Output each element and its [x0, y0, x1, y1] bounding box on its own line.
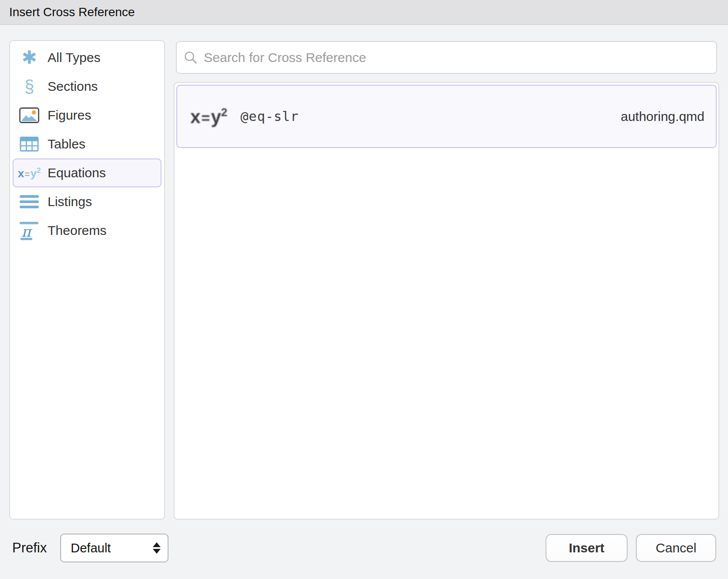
- insert-button[interactable]: Insert: [546, 534, 628, 562]
- equation-icon: x=y2: [19, 162, 40, 183]
- sidebar-item-equations[interactable]: x=y2 Equations: [13, 159, 161, 187]
- sidebar-item-tables[interactable]: Tables: [13, 130, 161, 159]
- sidebar-item-label: Tables: [48, 137, 86, 152]
- reference-id: @eq-slr: [240, 109, 299, 124]
- search-box: [176, 41, 717, 74]
- stepper-arrows-icon: [153, 542, 161, 554]
- table-grid-icon: [19, 134, 40, 155]
- prefix-select[interactable]: Default: [60, 534, 168, 562]
- dialog-titlebar: Insert Cross Reference: [0, 0, 728, 25]
- section-sign-icon: §: [19, 76, 40, 97]
- svg-text:π: π: [21, 223, 32, 240]
- sidebar-item-label: Sections: [48, 79, 98, 94]
- cancel-button[interactable]: Cancel: [636, 534, 716, 562]
- search-icon: [184, 51, 198, 65]
- sidebar-item-label: Equations: [48, 165, 106, 180]
- sidebar-item-figures[interactable]: Figures: [13, 101, 161, 130]
- sidebar-item-sections[interactable]: § Sections: [13, 72, 161, 101]
- sidebar-item-theorems[interactable]: π Theorems: [13, 216, 161, 245]
- prefix-selected-value: Default: [71, 541, 111, 555]
- sidebar-item-label: Listings: [48, 194, 92, 209]
- search-input[interactable]: [204, 50, 708, 65]
- image-icon: [19, 105, 40, 126]
- prefix-label: Prefix: [12, 534, 47, 562]
- dialog-title: Insert Cross Reference: [9, 5, 135, 19]
- sidebar-item-all-types[interactable]: ✱ All Types: [13, 43, 161, 72]
- type-sidebar: ✱ All Types § Sections Figures: [9, 40, 165, 520]
- code-lines-icon: [19, 191, 40, 212]
- cross-reference-list: x=y2 @eq-slr authoring.qmd: [174, 82, 719, 520]
- equation-icon: x=y2: [190, 107, 227, 126]
- pi-icon: π: [19, 220, 40, 241]
- sidebar-item-label: All Types: [48, 50, 100, 65]
- sidebar-item-listings[interactable]: Listings: [13, 187, 161, 216]
- reference-file: authoring.qmd: [621, 109, 704, 124]
- asterisk-icon: ✱: [19, 47, 40, 68]
- cross-reference-row[interactable]: x=y2 @eq-slr authoring.qmd: [176, 85, 717, 148]
- sidebar-item-label: Figures: [48, 108, 91, 123]
- sidebar-item-label: Theorems: [48, 223, 106, 238]
